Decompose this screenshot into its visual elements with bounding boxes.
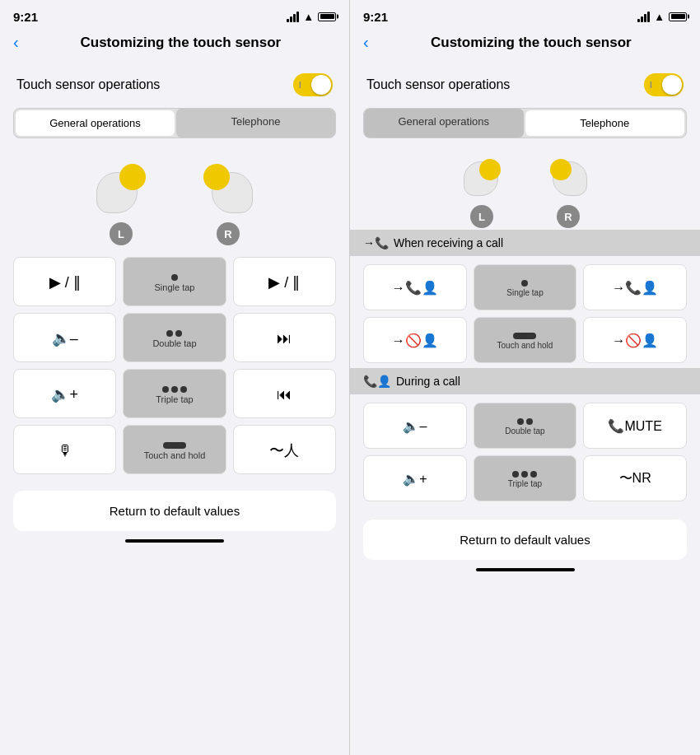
signal-icon-right xyxy=(637,12,650,22)
earbud-right-left-label: L xyxy=(470,205,493,228)
earbud-left: L xyxy=(92,160,150,245)
page-title-right: Customizing the touch sensor xyxy=(376,35,687,51)
receiving-call-header: →📞 When receiving a call xyxy=(350,230,700,256)
earbuds-row-right: L R xyxy=(350,151,700,230)
toggle-label-right: Touch sensor operations xyxy=(366,77,510,92)
segment-control-right: General operations Telephone xyxy=(363,108,687,138)
ctrl-answer-2[interactable]: →📞👤 xyxy=(583,264,687,310)
ctrl-play-pause-right[interactable]: ▶ / ‖ xyxy=(233,257,336,306)
ctrl-answer-1[interactable]: →📞👤 xyxy=(363,264,467,310)
ctrl-play-pause-left[interactable]: ▶ / ‖ xyxy=(13,257,116,306)
ctrl-decline-2[interactable]: →🚫👤 xyxy=(583,317,687,363)
page-title-left: Customizing the touch sensor xyxy=(26,35,336,51)
return-default-btn-right[interactable]: Return to default values xyxy=(363,520,687,560)
ctrl-vol-down-left[interactable]: 🔈– xyxy=(13,313,116,362)
tab-general-left[interactable]: General operations xyxy=(16,110,175,136)
status-icons-right: ▲ xyxy=(637,11,687,23)
ctrl-wave-left[interactable]: 〜人 xyxy=(233,425,336,474)
right-panel: 9:21 ▲ ‹ Customizing the touch sensor To… xyxy=(350,0,700,755)
wifi-icon-left: ▲ xyxy=(303,11,314,23)
earbud-right-img xyxy=(199,160,257,217)
earbud-left-img xyxy=(92,160,150,217)
earbud-right-label: R xyxy=(217,222,240,245)
toggle-knob-left xyxy=(311,75,331,95)
ctrl-double-tap-call[interactable]: Double tap xyxy=(474,403,577,449)
during-call-grid: 🔈– Double tap 📞MUTE 🔈+ Triple tap 〜NR xyxy=(350,394,700,506)
toggle-label-left: Touch sensor operations xyxy=(16,77,160,92)
ctrl-vol-up-left[interactable]: 🔈+ xyxy=(13,369,116,418)
ctrl-triple-tap-left[interactable]: Triple tap xyxy=(123,369,226,418)
tab-telephone-right[interactable]: Telephone xyxy=(525,110,685,136)
ctrl-mic-left[interactable]: 🎙 xyxy=(13,425,116,474)
earbud-right-right-img xyxy=(546,155,591,200)
earbuds-row-left: L R xyxy=(0,151,349,249)
controls-grid-left: ▶ / ‖ Single tap ▶ / ‖ 🔈– Double tap ⏭ 🔈… xyxy=(0,249,349,482)
receiving-call-title: When receiving a call xyxy=(394,236,503,249)
battery-icon-right xyxy=(669,12,687,21)
during-call-header: 📞👤 During a call xyxy=(350,368,700,394)
toggle-knob-right xyxy=(662,75,682,95)
time-left: 9:21 xyxy=(13,10,38,24)
status-bar-left: 9:21 ▲ xyxy=(0,0,349,30)
ctrl-single-tap-left[interactable]: Single tap xyxy=(123,257,226,306)
ctrl-vol-down-call[interactable]: 🔈– xyxy=(363,403,467,449)
toggle-switch-left[interactable] xyxy=(293,73,333,96)
time-right: 9:21 xyxy=(363,10,388,24)
segment-control-left: General operations Telephone xyxy=(13,108,336,138)
receiving-call-grid: →📞👤 Single tap →📞👤 →🚫👤 Touch and hold →🚫… xyxy=(350,256,700,368)
header-left: ‹ Customizing the touch sensor xyxy=(0,30,349,62)
back-button-right[interactable]: ‹ xyxy=(363,33,369,52)
toggle-switch-right[interactable] xyxy=(644,73,684,96)
ctrl-single-tap-recv[interactable]: Single tap xyxy=(474,264,577,310)
toggle-row-left: Touch sensor operations xyxy=(0,62,349,108)
earbud-right-left: L xyxy=(460,155,505,228)
ctrl-touch-hold-left[interactable]: Touch and hold xyxy=(123,425,226,474)
toggle-row-right: Touch sensor operations xyxy=(350,62,700,108)
earbud-left-label: L xyxy=(110,222,133,245)
header-right: ‹ Customizing the touch sensor xyxy=(350,30,700,62)
home-indicator-right xyxy=(476,568,575,571)
earbud-right-right-label: R xyxy=(557,205,580,228)
back-button-left[interactable]: ‹ xyxy=(13,33,19,52)
tab-telephone-left[interactable]: Telephone xyxy=(176,109,335,137)
ctrl-decline-1[interactable]: →🚫👤 xyxy=(363,317,467,363)
earbud-right: R xyxy=(199,160,257,245)
return-default-btn-left[interactable]: Return to default values xyxy=(13,491,336,531)
signal-icon-left xyxy=(287,12,299,22)
left-panel: 9:21 ▲ ‹ Customizing the touch sensor To… xyxy=(0,0,350,755)
during-call-title: During a call xyxy=(396,375,460,388)
earbud-right-right: R xyxy=(546,155,591,228)
ctrl-triple-tap-call[interactable]: Triple tap xyxy=(474,455,577,501)
wifi-icon-right: ▲ xyxy=(654,11,665,23)
ctrl-skip-prev-left[interactable]: ⏮ xyxy=(233,369,336,418)
home-indicator-left xyxy=(125,539,224,543)
ctrl-vol-up-call[interactable]: 🔈+ xyxy=(363,455,467,501)
ctrl-touch-hold-recv[interactable]: Touch and hold xyxy=(474,317,577,363)
ctrl-skip-next-left[interactable]: ⏭ xyxy=(233,313,336,362)
battery-icon-left xyxy=(318,12,336,21)
ctrl-double-tap-left[interactable]: Double tap xyxy=(123,313,226,362)
earbud-right-left-img xyxy=(460,155,505,200)
status-icons-left: ▲ xyxy=(287,11,336,23)
ctrl-nr-call[interactable]: 〜NR xyxy=(583,455,687,501)
tab-general-right[interactable]: General operations xyxy=(364,109,524,137)
ctrl-mute-call[interactable]: 📞MUTE xyxy=(583,403,687,449)
status-bar-right: 9:21 ▲ xyxy=(350,0,700,30)
